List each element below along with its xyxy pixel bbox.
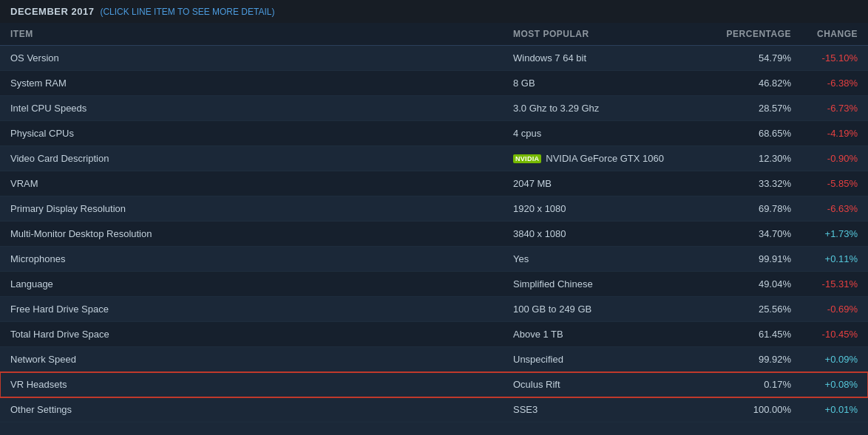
- cell-item: System RAM: [10, 78, 513, 89]
- table-row[interactable]: LanguageSimplified Chinese49.04%-15.31%: [0, 272, 868, 297]
- cell-percentage: 99.91%: [702, 253, 791, 264]
- cell-popular: 3.0 Ghz to 3.29 Ghz: [513, 103, 702, 114]
- cell-percentage: 68.65%: [702, 128, 791, 139]
- cell-item: Other Settings: [10, 404, 513, 415]
- cell-popular: 1920 x 1080: [513, 203, 702, 214]
- table-row[interactable]: Other SettingsSSE3100.00%+0.01%: [0, 397, 868, 422]
- cell-change: +0.11%: [791, 253, 858, 264]
- cell-item: Physical CPUs: [10, 128, 513, 139]
- table-row[interactable]: Primary Display Resolution1920 x 108069.…: [0, 196, 868, 222]
- header-bar: DECEMBER 2017 (CLICK LINE ITEM TO SEE MO…: [0, 0, 868, 23]
- cell-popular: Above 1 TB: [513, 329, 702, 340]
- nvidia-icon: NVIDIA: [513, 154, 541, 163]
- table-row[interactable]: MicrophonesYes99.91%+0.11%: [0, 247, 868, 272]
- cell-percentage: 49.04%: [702, 278, 791, 290]
- cell-item: Language: [10, 278, 513, 290]
- cell-change: -0.69%: [791, 304, 858, 315]
- cell-popular: 4 cpus: [513, 128, 702, 139]
- table-header-row: ITEM MOST POPULAR PERCENTAGE CHANGE: [0, 23, 868, 46]
- cell-item: VR Headsets: [10, 379, 513, 390]
- cell-popular: Yes: [513, 253, 702, 264]
- col-header-percentage: PERCENTAGE: [702, 29, 791, 39]
- table-row[interactable]: VR HeadsetsOculus Rift0.17%+0.08%: [0, 372, 868, 397]
- cell-change: -0.90%: [791, 153, 858, 164]
- cell-item: Free Hard Drive Space: [10, 304, 513, 315]
- cell-percentage: 99.92%: [702, 354, 791, 365]
- cell-percentage: 25.56%: [702, 304, 791, 315]
- cell-popular: Simplified Chinese: [513, 278, 702, 290]
- cell-item: VRAM: [10, 178, 513, 189]
- cell-change: -5.85%: [791, 178, 858, 189]
- col-header-item: ITEM: [10, 29, 513, 39]
- cell-popular: 8 GB: [513, 78, 702, 89]
- table-row[interactable]: Total Hard Drive SpaceAbove 1 TB61.45%-1…: [0, 322, 868, 347]
- cell-popular: 2047 MB: [513, 178, 702, 189]
- table-row[interactable]: Multi-Monitor Desktop Resolution3840 x 1…: [0, 222, 868, 247]
- table-row[interactable]: OS VersionWindows 7 64 bit54.79%-15.10%: [0, 46, 868, 71]
- cell-popular: 100 GB to 249 GB: [513, 304, 702, 315]
- cell-percentage: 61.45%: [702, 329, 791, 340]
- cell-item: Microphones: [10, 253, 513, 264]
- col-header-popular: MOST POPULAR: [513, 29, 702, 39]
- cell-percentage: 100.00%: [702, 404, 791, 415]
- cell-popular: 3840 x 1080: [513, 228, 702, 239]
- cell-change: +0.01%: [791, 404, 858, 415]
- cell-popular: Unspecified: [513, 354, 702, 365]
- cell-item: Total Hard Drive Space: [10, 329, 513, 340]
- cell-percentage: 12.30%: [702, 153, 791, 164]
- stats-table: ITEM MOST POPULAR PERCENTAGE CHANGE OS V…: [0, 23, 868, 422]
- cell-popular: SSE3: [513, 404, 702, 415]
- cell-change: -10.45%: [791, 329, 858, 340]
- cell-change: -15.31%: [791, 278, 858, 290]
- table-row[interactable]: VRAM2047 MB33.32%-5.85%: [0, 171, 868, 196]
- table-row[interactable]: Video Card DescriptionNVIDIANVIDIA GeFor…: [0, 146, 868, 171]
- table-row[interactable]: Physical CPUs4 cpus68.65%-4.19%: [0, 121, 868, 146]
- cell-popular: Windows 7 64 bit: [513, 52, 702, 64]
- cell-percentage: 46.82%: [702, 78, 791, 89]
- cell-percentage: 33.32%: [702, 178, 791, 189]
- cell-change: +0.09%: [791, 354, 858, 365]
- cell-popular: Oculus Rift: [513, 379, 702, 390]
- table-row[interactable]: Free Hard Drive Space100 GB to 249 GB25.…: [0, 297, 868, 322]
- cell-item: Network Speed: [10, 354, 513, 365]
- cell-change: -4.19%: [791, 128, 858, 139]
- cell-item: Intel CPU Speeds: [10, 103, 513, 114]
- cell-item: Video Card Description: [10, 153, 513, 164]
- cell-percentage: 28.57%: [702, 103, 791, 114]
- cell-percentage: 54.79%: [702, 52, 791, 64]
- header-subtitle[interactable]: (CLICK LINE ITEM TO SEE MORE DETAIL): [100, 7, 274, 17]
- table-body: OS VersionWindows 7 64 bit54.79%-15.10%S…: [0, 46, 868, 422]
- cell-change: -6.73%: [791, 103, 858, 114]
- cell-change: +0.08%: [791, 379, 858, 390]
- col-header-change: CHANGE: [791, 29, 858, 39]
- header-title: DECEMBER 2017: [10, 6, 94, 17]
- table-row[interactable]: System RAM8 GB46.82%-6.38%: [0, 71, 868, 96]
- cell-change: -6.63%: [791, 203, 858, 214]
- cell-percentage: 0.17%: [702, 379, 791, 390]
- table-row[interactable]: Intel CPU Speeds3.0 Ghz to 3.29 Ghz28.57…: [0, 96, 868, 121]
- table-row[interactable]: Network SpeedUnspecified99.92%+0.09%: [0, 347, 868, 372]
- cell-item: Primary Display Resolution: [10, 203, 513, 214]
- cell-item: OS Version: [10, 52, 513, 64]
- cell-change: -6.38%: [791, 78, 858, 89]
- cell-popular: NVIDIANVIDIA GeForce GTX 1060: [513, 153, 702, 164]
- cell-item: Multi-Monitor Desktop Resolution: [10, 228, 513, 239]
- cell-percentage: 34.70%: [702, 228, 791, 239]
- cell-change: +1.73%: [791, 228, 858, 239]
- cell-change: -15.10%: [791, 52, 858, 64]
- cell-percentage: 69.78%: [702, 203, 791, 214]
